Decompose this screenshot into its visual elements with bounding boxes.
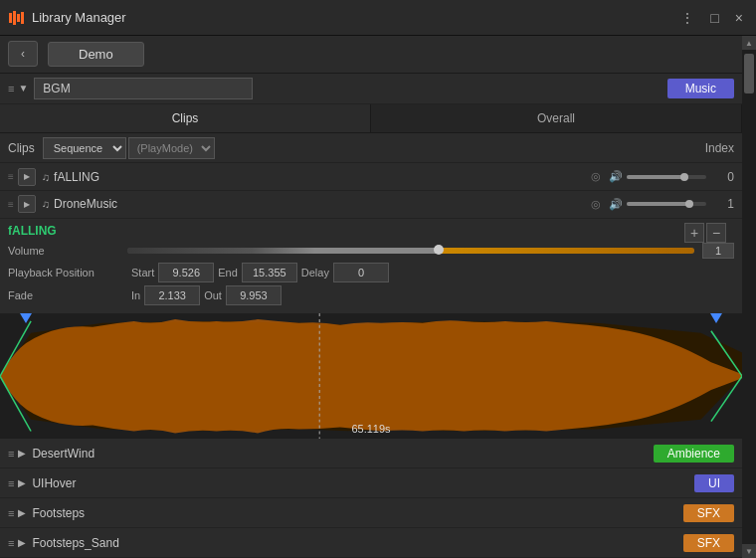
fade-label: Fade [8, 289, 127, 301]
clip-row-falling: ≡ ▶ ♫ fALLING ◎ 🔊 0 [0, 163, 742, 191]
window-controls: ⋮ □ × [675, 8, 748, 28]
title-bar: Library Manager ⋮ □ × [0, 0, 756, 36]
list-section: ≡ ▶ DesertWind Ambience ≡ ▶ UIHover UI ≡… [0, 439, 742, 558]
volume-icon-2: 🔊 [609, 198, 623, 211]
main-container: ‹ Demo ≡ ▼ Music Clips Overall Clips Seq… [0, 36, 756, 558]
clip-loop-btn-2[interactable]: ◎ [587, 195, 605, 213]
waveform-svg: // Generate waveform bars via JS after r… [0, 313, 742, 439]
maximize-btn[interactable]: □ [705, 8, 723, 28]
list-expand-1[interactable]: ▶ [18, 448, 26, 459]
clip-name-dronemusic: DroneMusic [54, 197, 587, 211]
app-icon [8, 9, 26, 27]
waveform-marker-right [710, 313, 722, 323]
waveform-container: // Generate waveform bars via JS after r… [0, 313, 742, 439]
list-item-footsteps-sand: ≡ ▶ Footsteps_Sand SFX [0, 528, 742, 558]
svg-rect-1 [13, 11, 16, 25]
bgm-row: ≡ ▼ Music [0, 74, 742, 105]
fade-out-field[interactable] [226, 285, 282, 305]
end-field[interactable] [242, 263, 297, 282]
clip-slider-1[interactable] [627, 175, 706, 179]
clips-header: Clips Sequence (PlayMode) Index [0, 133, 742, 163]
list-item-desertwind: ≡ ▶ DesertWind Ambience [0, 439, 742, 468]
demo-bar: ‹ Demo [0, 36, 742, 74]
start-field[interactable] [158, 263, 214, 282]
list-expand-3[interactable]: ▶ [18, 507, 26, 518]
music-category-button[interactable]: Music [667, 79, 734, 98]
volume-value: 1 [702, 243, 734, 259]
bgm-menu-icon: ≡ [8, 83, 14, 94]
list-item-footsteps: ≡ ▶ Footsteps SFX [0, 498, 742, 528]
clip-menu-icon-2: ≡ [8, 199, 14, 210]
tab-clips[interactable]: Clips [0, 104, 371, 132]
list-expand-2[interactable]: ▶ [18, 477, 26, 488]
delay-label: Delay [301, 267, 329, 279]
volume-slider[interactable] [127, 248, 694, 254]
delay-field[interactable] [333, 263, 389, 282]
badge-footsteps-sand[interactable]: SFX [683, 534, 734, 552]
scroll-track[interactable] [742, 50, 756, 544]
clips-label: Clips [8, 141, 35, 155]
svg-rect-3 [21, 12, 24, 24]
volume-label: Volume [8, 245, 127, 257]
bgm-input[interactable] [34, 78, 253, 99]
scroll-thumb[interactable] [744, 54, 754, 93]
close-btn[interactable]: × [730, 8, 748, 28]
start-label: Start [131, 267, 154, 279]
fade-row: Fade In Out [8, 285, 734, 305]
play-btn-falling[interactable]: ▶ [18, 168, 36, 186]
waveform-time-label: 65.119s [351, 423, 390, 435]
svg-rect-0 [9, 13, 12, 23]
app-title: Library Manager [32, 10, 126, 25]
index-label: Index [705, 141, 734, 155]
menu-btn[interactable]: ⋮ [675, 8, 699, 28]
list-name-uihover: UIHover [32, 476, 694, 490]
bgm-expand-arrow[interactable]: ▼ [18, 83, 28, 93]
clip-loop-btn-1[interactable]: ◎ [587, 168, 605, 186]
list-name-desertwind: DesertWind [32, 447, 653, 461]
scroll-down-btn[interactable]: ▼ [742, 544, 756, 558]
clip-index-2: 1 [718, 197, 734, 211]
badge-uihover[interactable]: UI [694, 474, 734, 492]
playback-position-label: Playback Position [8, 267, 127, 279]
waveform-marker-left [20, 313, 32, 323]
add-clip-btn[interactable]: + [684, 223, 704, 243]
content-area: ‹ Demo ≡ ▼ Music Clips Overall Clips Seq… [0, 36, 742, 558]
volume-icon-1: 🔊 [609, 170, 623, 183]
badge-footsteps[interactable]: SFX [683, 504, 734, 522]
remove-clip-btn[interactable]: − [706, 223, 726, 243]
playback-position-row: Playback Position Start End Delay [8, 263, 734, 282]
list-item-uihover: ≡ ▶ UIHover UI [0, 468, 742, 498]
falling-title: fALLING [8, 224, 57, 238]
demo-tab[interactable]: Demo [48, 42, 144, 67]
back-button[interactable]: ‹ [8, 41, 38, 67]
volume-row: Volume 1 [8, 243, 734, 259]
fade-in-label: In [131, 289, 140, 301]
clip-index-1: 0 [718, 170, 734, 184]
list-menu-icon-4: ≡ [8, 537, 14, 549]
svg-rect-2 [17, 14, 20, 22]
scrollbar: ▲ ▼ [742, 36, 756, 558]
tabs-row: Clips Overall [0, 104, 742, 133]
clip-menu-icon-1: ≡ [8, 171, 14, 182]
music-note-1: ♫ [42, 171, 50, 183]
clip-row-dronemusic: ≡ ▶ ♫ DroneMusic ◎ 🔊 1 [0, 191, 742, 219]
tab-overall[interactable]: Overall [371, 104, 742, 132]
playmode-select[interactable]: (PlayMode) [128, 137, 215, 159]
scroll-up-btn[interactable]: ▲ [742, 36, 756, 50]
end-label: End [218, 267, 238, 279]
sequence-select[interactable]: Sequence [43, 137, 126, 159]
music-note-2: ♫ [42, 198, 50, 210]
clip-name-falling: fALLING [54, 170, 587, 184]
list-name-footsteps-sand: Footsteps_Sand [32, 536, 682, 550]
falling-detail-section: fALLING + − Volume 1 Playback Position [0, 219, 742, 313]
list-menu-icon-1: ≡ [8, 448, 14, 460]
list-menu-icon-2: ≡ [8, 477, 14, 489]
clip-slider-2[interactable] [627, 202, 706, 206]
plus-minus-btns: + − [676, 223, 734, 243]
list-expand-4[interactable]: ▶ [18, 537, 26, 548]
fade-in-field[interactable] [144, 285, 200, 305]
list-name-footsteps: Footsteps [32, 506, 682, 520]
badge-desertwind[interactable]: Ambience [654, 445, 734, 463]
play-btn-dronemusic[interactable]: ▶ [18, 195, 36, 213]
fade-out-label: Out [204, 289, 222, 301]
